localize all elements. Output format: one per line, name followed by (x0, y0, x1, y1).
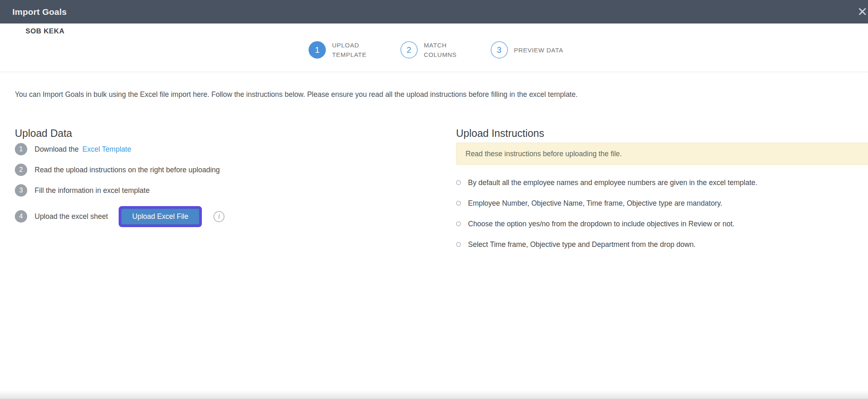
upload-step-1: 1 Download the Excel Template (15, 142, 225, 156)
step-label: MATCH COLUMNS (424, 40, 457, 60)
info-icon[interactable]: i (213, 211, 225, 222)
step-number: 1 (15, 143, 27, 155)
header-divider (0, 72, 868, 72)
upload-instructions-heading: Upload Instructions (456, 127, 544, 139)
step-label: PREVIEW DATA (514, 45, 564, 55)
close-icon[interactable]: ✕ (856, 4, 868, 20)
instruction-item: Employee Number, Objective Name, Time fr… (456, 197, 757, 209)
instruction-text: By default all the employee names and em… (468, 178, 757, 187)
upload-data-heading: Upload Data (15, 127, 72, 139)
stepper-step-upload-template: 1 UPLOAD TEMPLATE (309, 40, 367, 60)
modal-title: Import Goals (12, 7, 67, 17)
bullet-icon (456, 201, 461, 206)
upload-step-4: 4 Upload the excel sheet Upload Excel Fi… (15, 204, 225, 229)
company-name: SOB KEKA (26, 27, 65, 35)
step-text: Fill the information in excel template (35, 186, 150, 195)
step-number: 3 (15, 184, 27, 197)
stepper-step-preview-data: 3 PREVIEW DATA (491, 41, 564, 59)
instruction-text: Select Time frame, Objective type and De… (468, 240, 695, 249)
modal-header: Import Goals ✕ (0, 0, 868, 23)
bullet-icon (456, 242, 461, 247)
step-number: 2 (15, 164, 27, 176)
step-number: 4 (15, 210, 27, 223)
import-goals-modal: SOB KEKA Import Goals ✕ 1 UPLOAD TEMPLAT… (0, 0, 868, 399)
upload-excel-file-button[interactable]: Upload Excel File (121, 209, 199, 225)
wizard-stepper: 1 UPLOAD TEMPLATE 2 MATCH COLUMNS 3 PREV… (309, 40, 563, 60)
upload-step-3: 3 Fill the information in excel template (15, 183, 225, 197)
bullet-icon (456, 221, 461, 226)
instruction-text: Employee Number, Objective Name, Time fr… (468, 199, 722, 208)
step-text: Download the (35, 145, 79, 154)
bullet-icon (456, 180, 461, 185)
step-text: Upload the excel sheet (35, 212, 108, 221)
bottom-edge-fade (0, 390, 868, 399)
upload-step-2: 2 Read the upload instructions on the ri… (15, 163, 225, 177)
step-number-badge: 2 (400, 41, 418, 59)
step-text: Read the upload instructions on the righ… (35, 166, 220, 174)
upload-data-steps: 1 Download the Excel Template 2 Read the… (15, 142, 225, 235)
instruction-item: By default all the employee names and em… (456, 176, 757, 189)
stepper-step-match-columns: 2 MATCH COLUMNS (400, 40, 457, 60)
step-number-badge: 3 (491, 41, 508, 59)
instructions-banner: Read these instructions before uploading… (456, 143, 868, 165)
excel-template-link[interactable]: Excel Template (82, 145, 131, 154)
instruction-item: Choose the option yes/no from the dropdo… (456, 218, 757, 230)
step-label: UPLOAD TEMPLATE (332, 40, 367, 60)
instruction-item: Select Time frame, Objective type and De… (456, 238, 757, 251)
step-number-badge: 1 (309, 41, 326, 59)
instructions-bullet-list: By default all the employee names and em… (456, 176, 757, 259)
upload-button-focus-ring: Upload Excel File (119, 206, 202, 227)
instruction-text: Choose the option yes/no from the dropdo… (468, 220, 735, 228)
intro-text: You can Import Goals in bulk using the E… (15, 90, 740, 99)
